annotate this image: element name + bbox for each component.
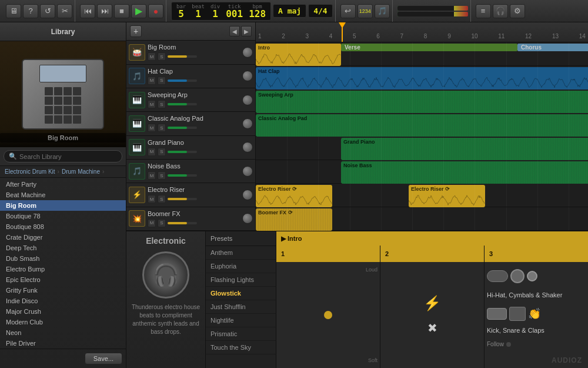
library-item[interactable]: Electro Bump	[0, 264, 126, 274]
track-fader[interactable]	[168, 79, 197, 82]
solo-btn[interactable]: S	[158, 124, 166, 132]
library-item[interactable]: Epic Electro	[0, 274, 126, 285]
mpc-pad[interactable]	[54, 97, 62, 105]
track-fader[interactable]	[168, 198, 197, 200]
preset-item[interactable]: Anthem	[206, 246, 276, 260]
library-item[interactable]: After Party	[0, 179, 126, 190]
track-volume-knob[interactable]	[242, 95, 253, 105]
clip-block[interactable]: Hat Clap	[256, 67, 588, 89]
mute-btn[interactable]: M	[148, 77, 156, 85]
library-item[interactable]: Crate Digger	[0, 232, 126, 243]
mute-btn[interactable]: M	[148, 195, 156, 203]
preset-item[interactable]: Touch the Sky	[206, 341, 276, 354]
track-fader[interactable]	[168, 55, 197, 58]
cycle-btn[interactable]: ↩	[340, 4, 356, 18]
preset-item[interactable]: Nightlife	[206, 314, 276, 327]
follow-dot[interactable]	[506, 342, 511, 347]
mpc-pad[interactable]	[54, 87, 62, 95]
library-item[interactable]: Neon	[0, 327, 126, 338]
mute-btn[interactable]: M	[148, 52, 156, 61]
library-item[interactable]: Big Room	[0, 200, 126, 211]
library-item[interactable]: Pile Driver	[0, 338, 126, 349]
mute-btn[interactable]: M	[148, 148, 156, 156]
solo-btn[interactable]: S	[158, 77, 166, 85]
clip-block[interactable]: Grand Piano	[341, 138, 588, 160]
mpc-pad[interactable]	[64, 97, 72, 105]
mpc-pad[interactable]	[64, 115, 72, 124]
solo-btn[interactable]: S	[158, 52, 166, 61]
library-item[interactable]: Boutique 78	[0, 211, 126, 221]
track-fader[interactable]	[168, 174, 197, 177]
play-btn[interactable]: ▶	[131, 4, 146, 18]
mpc-pad[interactable]	[73, 97, 81, 105]
preset-item[interactable]: Just Shufflin	[206, 300, 276, 314]
mpc-pad[interactable]	[73, 115, 81, 124]
mute-btn[interactable]: M	[148, 100, 156, 108]
headphone-btn[interactable]: 🎧	[493, 4, 508, 18]
mpc-pad[interactable]	[54, 115, 62, 124]
record-btn[interactable]: ●	[148, 4, 163, 18]
track-nav-right[interactable]: ▶	[241, 26, 252, 37]
monitor-btn[interactable]: 🖥	[6, 4, 21, 18]
track-volume-knob[interactable]	[242, 47, 253, 58]
mpc-pad[interactable]	[64, 106, 72, 114]
preset-item[interactable]: Glowstick	[206, 287, 276, 300]
preset-item[interactable]: Prismatic	[206, 327, 276, 341]
mpc-pad[interactable]	[45, 115, 53, 124]
breadcrumb-item-1[interactable]: Electronic Drum Kit	[5, 168, 55, 175]
track-fader[interactable]	[168, 103, 197, 105]
clip-block[interactable]: Noise Bass	[341, 161, 588, 184]
mute-btn[interactable]: M	[148, 124, 156, 132]
stop-btn[interactable]: ■	[114, 4, 129, 18]
library-item[interactable]: Major Crush	[0, 306, 126, 317]
library-item[interactable]: Beat Machine	[0, 190, 126, 200]
mute-btn[interactable]: M	[148, 171, 156, 180]
library-item[interactable]: Indie Disco	[0, 296, 126, 306]
help-btn[interactable]: ?	[23, 4, 38, 18]
solo-btn[interactable]: S	[158, 219, 166, 227]
mute-btn[interactable]: M	[148, 219, 156, 227]
clip-block[interactable]: Electro Riser ⟳	[409, 185, 485, 207]
save-button[interactable]: Save...	[85, 353, 122, 364]
track-fader[interactable]	[168, 127, 197, 129]
clip-block[interactable]: Boomer FX ⟳	[256, 208, 332, 231]
mpc-pad[interactable]	[54, 106, 62, 114]
beat-dot[interactable]	[324, 311, 332, 319]
track-volume-knob[interactable]	[242, 142, 253, 152]
mpc-pad[interactable]	[45, 97, 53, 105]
settings-btn[interactable]: ⚙	[510, 4, 525, 18]
preset-item[interactable]: Flashing Lights	[206, 273, 276, 287]
track-volume-knob[interactable]	[242, 213, 253, 224]
track-volume-knob[interactable]	[242, 166, 253, 177]
scissors-btn[interactable]: ✂	[57, 4, 72, 18]
solo-btn[interactable]: S	[158, 195, 166, 203]
library-item[interactable]: Boutique 808	[0, 221, 126, 232]
library-btn[interactable]: ≡	[476, 4, 491, 18]
metronome-btn[interactable]: 🎵	[375, 4, 390, 18]
mpc-pad[interactable]	[73, 106, 81, 114]
search-input[interactable]	[19, 153, 117, 160]
track-nav-left[interactable]: ◀	[229, 26, 240, 37]
track-fader[interactable]	[168, 222, 197, 224]
clip-block[interactable]: Electro Riser ⟳	[256, 185, 332, 207]
library-item[interactable]: Dub Smash	[0, 253, 126, 264]
mpc-pad[interactable]	[73, 87, 81, 95]
solo-btn[interactable]: S	[158, 148, 166, 156]
clip-block[interactable]: Intro	[256, 44, 341, 66]
breadcrumb-item-2[interactable]: Drum Machine	[62, 168, 100, 175]
rewind-btn[interactable]: ⏮	[80, 4, 95, 18]
mpc-pad[interactable]	[45, 87, 53, 95]
add-track-button[interactable]: +	[130, 25, 142, 37]
track-volume-knob[interactable]	[242, 118, 253, 129]
track-volume-knob[interactable]	[242, 71, 253, 81]
fast-forward-btn[interactable]: ⏭	[97, 4, 112, 18]
clip-block[interactable]: Sweeping Arp	[256, 91, 588, 113]
library-item[interactable]: Deep Tech	[0, 243, 126, 253]
mpc-pad[interactable]	[64, 87, 72, 95]
library-item[interactable]: Modern Club	[0, 317, 126, 327]
solo-btn[interactable]: S	[158, 100, 166, 108]
track-volume-knob[interactable]	[242, 190, 253, 200]
loop-btn[interactable]: ↺	[40, 4, 55, 18]
library-item[interactable]: Gritty Funk	[0, 285, 126, 296]
preset-item[interactable]: Euphoria	[206, 260, 276, 273]
